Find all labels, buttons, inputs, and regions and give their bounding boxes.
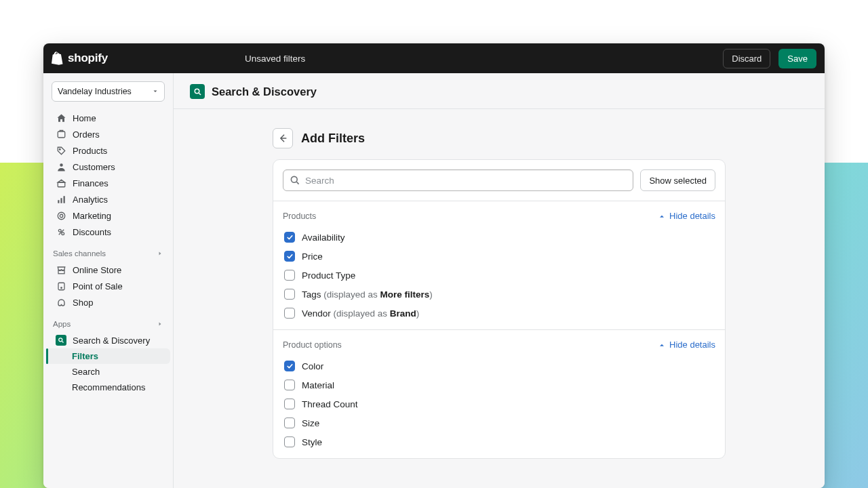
sidebar: Vandelay Industries Home Orders Products… (43, 73, 174, 488)
save-button[interactable]: Save (778, 49, 816, 68)
filter-option[interactable]: Color (283, 357, 715, 375)
channel-pos[interactable]: Point of Sale (46, 278, 170, 294)
pos-icon (56, 281, 66, 291)
nav-customers[interactable]: Customers (46, 159, 170, 175)
store-selector[interactable]: Vandelay Industries (52, 81, 165, 102)
filter-option-label: Vendor (displayed as Brand) (302, 308, 419, 319)
filter-option-label: Price (302, 251, 323, 262)
finances-icon (56, 178, 66, 188)
nav-products[interactable]: Products (46, 142, 170, 159)
svg-point-7 (58, 212, 65, 220)
svg-point-16 (291, 176, 297, 182)
discounts-icon (56, 226, 66, 237)
search-discovery-app-icon (56, 335, 66, 346)
nav-analytics[interactable]: Analytics (46, 191, 170, 207)
filter-option-label: Thread Count (302, 399, 358, 409)
subnav-filters[interactable]: Filters (46, 348, 170, 364)
channel-online-store[interactable]: Online Store (46, 262, 170, 278)
svg-point-2 (60, 163, 63, 167)
checkbox[interactable] (284, 399, 295, 409)
svg-point-13 (60, 287, 62, 289)
section-label: Product options (283, 340, 342, 350)
shop-icon (56, 297, 66, 308)
hide-details-toggle[interactable]: Hide details (658, 340, 715, 350)
checkbox[interactable] (284, 380, 295, 390)
filter-option[interactable]: Product Type (283, 266, 715, 285)
svg-point-10 (61, 232, 64, 235)
nav-discounts[interactable]: Discounts (46, 224, 170, 240)
search-icon (290, 175, 300, 186)
nav-finances[interactable]: Finances (46, 175, 170, 191)
svg-rect-0 (58, 131, 65, 138)
chevron-down-icon (152, 88, 159, 95)
shopify-logo-icon (52, 52, 64, 65)
section-header: Product optionsHide details (283, 340, 715, 350)
filter-option[interactable]: Availability (283, 228, 715, 247)
channel-shop[interactable]: Shop (46, 294, 170, 310)
checkbox[interactable] (284, 270, 295, 281)
arrow-left-icon (277, 133, 288, 144)
filter-section: ProductsHide detailsAvailabilityPricePro… (273, 201, 725, 330)
checkbox[interactable] (284, 361, 295, 371)
section-sales-channels[interactable]: Sales channels (43, 241, 173, 260)
section-apps[interactable]: Apps (43, 312, 173, 331)
filters-card: Show selected ProductsHide detailsAvaila… (273, 159, 726, 459)
filter-section: Product optionsHide detailsColorMaterial… (273, 330, 725, 458)
filter-option-label: Color (302, 361, 323, 371)
hide-details-toggle[interactable]: Hide details (658, 211, 715, 221)
chevron-right-icon (157, 321, 163, 327)
filter-option[interactable]: Tags (displayed as More filters) (283, 285, 715, 304)
svg-point-1 (59, 148, 60, 150)
search-input[interactable] (283, 169, 633, 191)
brand-name: shopify (68, 52, 108, 65)
filter-option-label: Style (302, 437, 322, 447)
online-store-icon (56, 264, 66, 275)
checkbox[interactable] (284, 436, 295, 447)
checkbox[interactable] (284, 251, 295, 262)
topbar: shopify Unsaved filters Discard Save (43, 43, 825, 73)
discard-button[interactable]: Discard (723, 49, 770, 68)
filter-option[interactable]: Price (283, 247, 715, 266)
checkbox[interactable] (284, 308, 295, 319)
app-search-discovery[interactable]: Search & Discovery (46, 332, 170, 348)
back-button[interactable] (273, 128, 293, 148)
brand: shopify (52, 52, 108, 65)
svg-point-8 (60, 214, 63, 218)
chevron-right-icon (157, 250, 163, 257)
subnav-recommendations[interactable]: Recommendations (46, 380, 170, 395)
app-title: Search & Discovery (212, 85, 317, 98)
svg-rect-4 (58, 200, 59, 203)
app-window: shopify Unsaved filters Discard Save Van… (43, 43, 825, 488)
search-discovery-app-icon (190, 84, 205, 99)
checkbox[interactable] (284, 418, 295, 428)
subnav-search[interactable]: Search (46, 364, 170, 380)
svg-rect-12 (58, 283, 64, 290)
nav-marketing[interactable]: Marketing (46, 207, 170, 224)
app-header: Search & Discovery (174, 73, 825, 109)
filter-option-label: Size (302, 418, 319, 428)
svg-rect-5 (60, 198, 62, 203)
show-selected-button[interactable]: Show selected (640, 169, 715, 191)
chevron-up-icon (658, 212, 666, 220)
unsaved-status: Unsaved filters (116, 54, 715, 64)
filter-option[interactable]: Size (283, 413, 715, 432)
customers-icon (56, 161, 66, 172)
home-icon (56, 113, 66, 123)
svg-point-9 (58, 229, 61, 232)
filter-option-label: Availability (302, 232, 345, 243)
filter-option[interactable]: Material (283, 375, 715, 394)
chevron-up-icon (658, 341, 666, 349)
orders-icon (56, 129, 66, 140)
products-icon (56, 145, 66, 156)
checkbox[interactable] (284, 289, 295, 300)
nav-orders[interactable]: Orders (46, 126, 170, 142)
svg-point-15 (195, 89, 199, 94)
nav-home[interactable]: Home (46, 110, 170, 126)
filter-option[interactable]: Thread Count (283, 394, 715, 413)
section-label: Products (283, 211, 316, 221)
filter-option[interactable]: Vendor (displayed as Brand) (283, 304, 715, 323)
main: Search & Discovery Add Filters (174, 73, 825, 488)
filter-option-label: Product Type (302, 270, 355, 281)
checkbox[interactable] (284, 232, 295, 243)
filter-option[interactable]: Style (283, 432, 715, 451)
